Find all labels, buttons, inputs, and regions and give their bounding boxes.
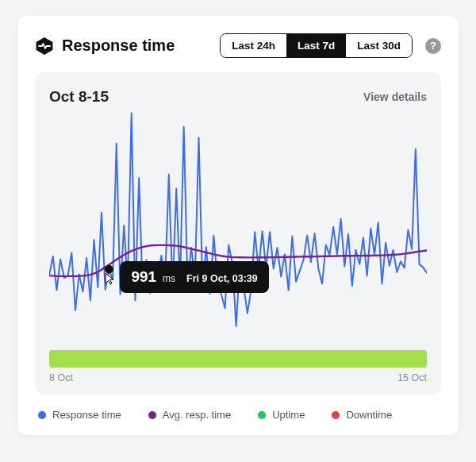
chart-area[interactable]: 991 ms Fri 9 Oct, 03:39 [49, 110, 427, 341]
chart-header: Oct 8-15 View details [49, 88, 427, 106]
x-axis-labels: 8 Oct 15 Oct [49, 372, 427, 383]
response-time-card: Response time Last 24hLast 7dLast 30d ? … [17, 16, 459, 435]
tab-last-30d[interactable]: Last 30d [346, 34, 412, 57]
card-title: Response time [62, 37, 212, 55]
tab-last-7d[interactable]: Last 7d [286, 34, 346, 57]
legend-item: Avg. resp. time [148, 409, 231, 421]
date-range: Oct 8-15 [49, 88, 109, 106]
pulse-icon [35, 37, 54, 56]
svg-point-1 [105, 265, 113, 273]
legend-dot [148, 411, 156, 419]
view-details-link[interactable]: View details [363, 90, 427, 103]
legend-label: Response time [52, 409, 121, 421]
legend-label: Avg. resp. time [163, 409, 231, 421]
axis-start: 8 Oct [49, 372, 73, 383]
legend-item: Response time [38, 409, 121, 421]
chart-panel: Oct 8-15 View details 991 ms Fri 9 Oct, … [35, 72, 441, 395]
help-icon[interactable]: ? [425, 38, 441, 54]
tab-last-24h[interactable]: Last 24h [221, 34, 286, 57]
legend-dot [258, 411, 266, 419]
legend-dot [38, 411, 46, 419]
legend-label: Downtime [346, 409, 392, 421]
legend-item: Uptime [258, 409, 305, 421]
uptime-bar [49, 350, 427, 368]
legend: Response timeAvg. resp. timeUptimeDownti… [35, 409, 441, 421]
axis-end: 15 Oct [397, 372, 427, 383]
card-header: Response time Last 24hLast 7dLast 30d ? [35, 33, 441, 58]
time-range-tabs: Last 24hLast 7dLast 30d [220, 33, 413, 58]
legend-item: Downtime [332, 409, 392, 421]
legend-label: Uptime [272, 409, 305, 421]
legend-dot [332, 411, 340, 419]
